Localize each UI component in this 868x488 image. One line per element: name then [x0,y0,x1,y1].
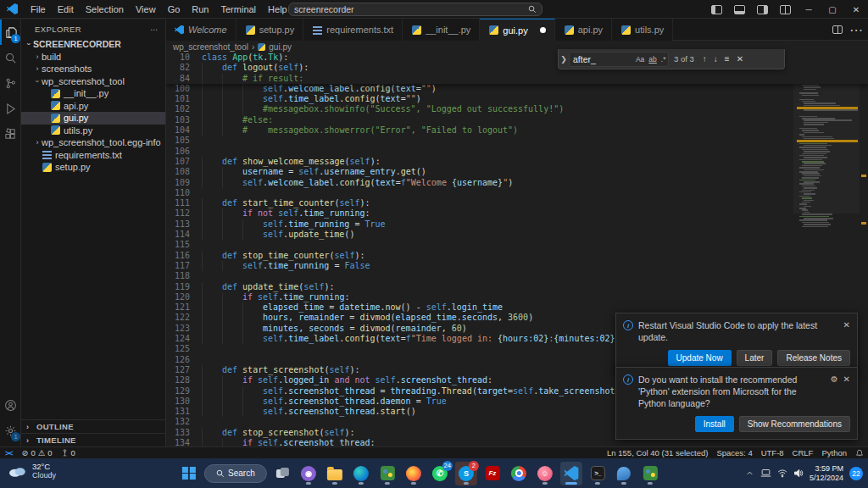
tree-item-utils.py[interactable]: utils.py [21,125,165,137]
toggle-secondary-sidebar-icon[interactable] [757,5,768,14]
firefox-browser-taskbar-icon[interactable] [403,462,425,485]
whatsapp-taskbar-icon[interactable]: ✆24 [429,462,451,485]
chrome-browser-taskbar-icon[interactable] [508,462,530,485]
split-editor-icon[interactable] [832,25,843,34]
taskbar-search[interactable]: Search [204,464,267,483]
editor-more-actions-icon[interactable]: ⋯ [849,22,863,38]
tree-item-requirements.txt[interactable]: requirements.txt [21,149,165,162]
filezilla-taskbar-icon[interactable]: Fz [481,462,504,485]
install-button[interactable]: Install [695,416,734,432]
volume-icon[interactable] [793,469,804,478]
search-sidebar-icon[interactable] [0,45,21,70]
laptop-icon[interactable] [760,469,771,478]
weather-widget[interactable]: 32°C Cloudy [7,462,56,480]
python-idle-taskbar-icon[interactable] [639,462,661,485]
tab-utils.py[interactable]: utils.py [612,19,673,41]
minimap-line [804,206,811,208]
sidebar-more-actions-icon[interactable]: ⋯ [150,25,159,34]
cursor-position[interactable]: Ln 155, Col 40 (31 selected) [603,448,712,458]
menu-terminal[interactable]: Terminal [215,0,263,19]
tab-setup.py[interactable]: setup.py [236,19,304,41]
tab-__init__.py[interactable]: __init__.py [403,19,480,41]
notification-close-icon[interactable]: ✕ [843,374,850,409]
task-view-taskbar-icon[interactable] [271,462,293,485]
tab-api.py[interactable]: api.py [555,19,612,41]
update-now-button[interactable]: Update Now [668,350,732,366]
code-line: 107def show_welcome_message(self): [166,157,868,167]
chat-app-taskbar-icon[interactable]: ◉ [298,462,320,485]
line-number: 105 [166,136,195,146]
tree-item-setup.py[interactable]: setup.py [21,161,165,174]
close-find-icon[interactable]: ✕ [733,54,747,64]
start-button[interactable] [178,462,200,485]
settings-gear-icon[interactable]: 1 [0,418,21,443]
file-explorer-taskbar-icon[interactable] [324,462,346,485]
tab-requirements.txt[interactable]: requirements.txt [303,19,403,41]
close-button[interactable]: ✕ [844,0,868,19]
language-mode[interactable]: Python [817,448,851,458]
find-input[interactable]: after_ Aa ab .* [569,52,669,67]
notification-count-badge[interactable]: 22 [849,467,863,480]
command-center-search[interactable]: screenrecorder [288,3,542,16]
line-content: self.time_label.config(text="") [195,94,421,104]
ports-status[interactable]: 0 [57,448,80,458]
eol-sequence[interactable]: CRLF [788,448,818,458]
menu-go[interactable]: Go [162,0,186,19]
match-case-icon[interactable]: Aa [633,55,646,64]
remote-indicator[interactable]: >< [0,449,18,458]
release-notes-button[interactable]: Release Notes [777,350,850,366]
skype-taskbar-icon[interactable]: S2 [455,462,477,485]
customize-layout-icon[interactable] [780,5,791,14]
tree-item-__init__.py[interactable]: __init__.py [21,87,165,100]
tree-item-screenshots[interactable]: ›screenshots [21,63,165,75]
notification-close-icon[interactable]: ✕ [843,319,850,343]
encoding[interactable]: UTF-8 [757,448,788,458]
whole-word-icon[interactable]: ab [647,55,659,64]
microsoft-store-taskbar-icon[interactable] [376,462,398,485]
show-recommendations-button[interactable]: Show Recommendations [739,416,850,432]
menu-file[interactable]: File [25,0,52,19]
timeline-section[interactable]: › TIMELINE [21,433,165,446]
tree-item-wp_screenshot_tool[interactable]: ›wp_screenshot_tool [21,75,165,88]
toggle-panel-icon[interactable] [734,5,745,14]
notifications-bell-icon[interactable] [851,448,868,458]
thonny-taskbar-icon[interactable] [613,462,635,485]
regex-icon[interactable]: .* [659,55,668,64]
toggle-sidebar-icon[interactable] [711,5,722,14]
copilot-app-taskbar-icon[interactable]: ☺ [534,462,556,485]
extensions-icon[interactable] [0,121,21,147]
minimize-button[interactable]: ─ [797,0,821,19]
tab-Welcome[interactable]: Welcome [166,19,236,41]
previous-match-icon[interactable]: ↑ [699,54,710,64]
source-control-icon[interactable] [0,70,21,96]
vscode-taskbar-icon[interactable] [560,462,582,485]
notification-settings-icon[interactable]: ⚙ [831,374,838,409]
hidden-icons-chevron[interactable] [745,469,754,478]
indentation[interactable]: Spaces: 4 [712,448,756,458]
tree-item-wp_screenshot_tool.egg-info[interactable]: ›wp_screenshot_tool.egg-info [21,136,165,149]
tree-item-SCREENRECORDER[interactable]: ›SCREENRECORDER [21,38,165,51]
tree-item-api.py[interactable]: api.py [21,100,165,113]
clock[interactable]: 3:59 PM 5/12/2024 [810,464,843,483]
edge-browser-taskbar-icon[interactable] [350,462,372,485]
code-line: 121elapsed_time = datetime.now() - self.… [166,302,868,313]
wifi-icon[interactable] [777,469,787,478]
problems-status[interactable]: ⊘0 ⚠0 [18,448,57,458]
terminal-app-taskbar-icon[interactable]: >_ [587,462,609,485]
find-in-selection-icon[interactable]: ≡ [721,54,733,64]
tree-item-build[interactable]: ›build [21,51,165,64]
explorer-icon[interactable]: 1 [0,19,21,45]
outline-section[interactable]: › OUTLINE [21,419,165,433]
account-icon[interactable] [0,392,21,418]
menu-selection[interactable]: Selection [80,0,130,19]
menu-run[interactable]: Run [186,0,214,19]
menu-view[interactable]: View [130,0,162,19]
maximize-button[interactable]: ▢ [821,0,844,19]
next-match-icon[interactable]: ↓ [710,54,721,64]
tree-item-gui.py[interactable]: gui.py [21,112,165,125]
tab-gui.py[interactable]: gui.py [480,19,554,41]
later-button[interactable]: Later [737,350,773,366]
run-debug-icon[interactable] [0,96,21,121]
menu-edit[interactable]: Edit [52,0,80,19]
toggle-replace-icon[interactable]: ❯ [559,55,569,64]
